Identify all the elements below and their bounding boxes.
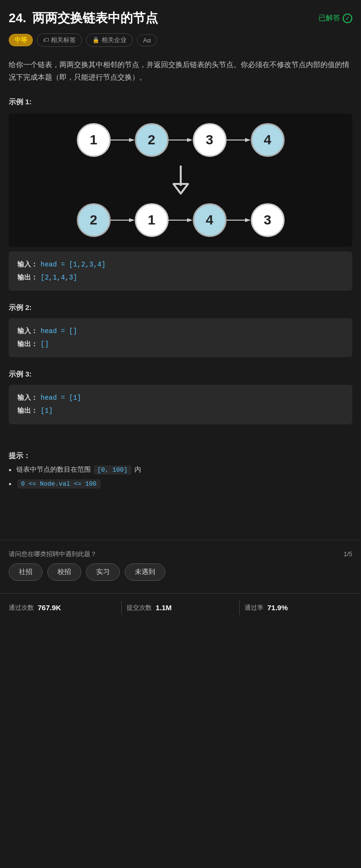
- tags-row: 中等 🏷 相关标签 🔒 相关企业 Aα: [0, 33, 361, 55]
- hints-label: 提示：: [9, 451, 352, 461]
- bullet-2: •: [9, 480, 12, 489]
- node-2: 2: [135, 123, 169, 157]
- survey-question: 请问您在哪类招聘中遇到此题？ 1/5: [9, 550, 352, 559]
- survey-btn-2[interactable]: 实习: [86, 563, 120, 581]
- result-node-2: 2: [77, 203, 111, 237]
- stat-divider-1: [121, 601, 122, 615]
- header: 24. 两两交换链表中的节点 已解答 ✓: [0, 0, 361, 33]
- example-1-code: 输入： head = [1,2,3,4] 输出： [2,1,4,3]: [9, 252, 352, 291]
- stat-submit-count: 提交次数 1.1M: [127, 603, 234, 612]
- example-3-code: 输入： head = [1] 输出： [1]: [9, 385, 352, 424]
- arrow-1-2: [111, 135, 135, 145]
- example-2-code: 输入： head = [] 输出： []: [9, 318, 352, 357]
- node-1: 1: [77, 123, 111, 157]
- svg-marker-1: [129, 138, 135, 142]
- result-arrow-3: [227, 215, 251, 225]
- hint-code-2: 0 <= Node.val <= 100: [17, 479, 101, 489]
- related-tags-button[interactable]: 🏷 相关标签: [37, 33, 82, 47]
- diagram-container: 1 2 3 4 2: [9, 113, 352, 247]
- survey-counter: 1/5: [344, 550, 352, 558]
- bullet-1: •: [9, 466, 12, 475]
- example-2-label: 示例 2:: [0, 298, 361, 315]
- page-title: 24. 两两交换链表中的节点: [9, 10, 158, 27]
- hint-item-1: • 链表中节点的数目在范围 [0, 100] 内: [9, 465, 352, 475]
- lock-icon: 🔒: [92, 37, 100, 43]
- hint-code-1: [0, 100]: [94, 465, 131, 475]
- result-node-4: 4: [193, 203, 227, 237]
- svg-marker-5: [245, 138, 251, 142]
- check-circle-icon: ✓: [343, 14, 352, 23]
- problem-description: 给你一个链表，两两交换其中相邻的节点，并返回交换后链表的头节点。你必须在不修改节…: [0, 55, 361, 93]
- svg-marker-13: [245, 218, 251, 222]
- hint-item-2: • 0 <= Node.val <= 100: [9, 479, 352, 489]
- diagram-bottom-row: 2 1 4 3: [77, 203, 285, 237]
- code-line-input: 输入： head = [1,2,3,4]: [17, 258, 344, 271]
- difficulty-tag[interactable]: 中等: [9, 34, 33, 46]
- code-line-input-2: 输入： head = []: [17, 325, 344, 338]
- stat-pass-count: 通过次数 767.9K: [9, 603, 116, 612]
- survey-btn-1[interactable]: 校招: [47, 563, 81, 581]
- survey-btn-0[interactable]: 社招: [9, 563, 43, 581]
- down-arrow-container: [169, 162, 193, 198]
- svg-marker-3: [187, 138, 193, 142]
- down-arrow-icon: [169, 166, 193, 195]
- hints-section: 提示： • 链表中节点的数目在范围 [0, 100] 内 • 0 <= Node…: [0, 447, 361, 496]
- result-node-1: 1: [135, 203, 169, 237]
- svg-marker-9: [129, 218, 135, 222]
- code-line-output-2: 输出： []: [17, 338, 344, 351]
- code-line-input-3: 输入： head = [1]: [17, 392, 344, 405]
- node-4: 4: [251, 123, 285, 157]
- diagram-top-row: 1 2 3 4: [77, 123, 285, 157]
- page-container: 24. 两两交换链表中的节点 已解答 ✓ 中等 🏷 相关标签 🔒 相关企业 Aα…: [0, 0, 361, 622]
- node-3: 3: [193, 123, 227, 157]
- example-1-label: 示例 1:: [0, 93, 361, 110]
- code-line-output: 输出： [2,1,4,3]: [17, 271, 344, 284]
- example-3-label: 示例 3:: [0, 365, 361, 382]
- stat-divider-2: [239, 601, 240, 615]
- svg-marker-11: [187, 218, 193, 222]
- code-line-output-3: 输出： [1]: [17, 405, 344, 418]
- stats-footer: 通过次数 767.9K 提交次数 1.1M 通过率 71.9%: [0, 593, 361, 622]
- survey-btn-3[interactable]: 未遇到: [125, 563, 165, 581]
- arrow-3-4: [227, 135, 251, 145]
- survey-section: 请问您在哪类招聘中遇到此题？ 1/5 社招 校招 实习 未遇到: [0, 540, 361, 593]
- tag-icon: 🏷: [43, 37, 49, 43]
- result-node-3: 3: [251, 203, 285, 237]
- stat-pass-rate: 通过率 71.9%: [245, 603, 352, 612]
- result-arrow-1: [111, 215, 135, 225]
- result-arrow-2: [169, 215, 193, 225]
- related-company-button[interactable]: 🔒 相关企业: [86, 33, 133, 47]
- survey-buttons: 社招 校招 实习 未遇到: [9, 563, 352, 581]
- solved-badge: 已解答 ✓: [318, 14, 352, 23]
- font-size-button[interactable]: Aα: [137, 34, 157, 46]
- arrow-2-3: [169, 135, 193, 145]
